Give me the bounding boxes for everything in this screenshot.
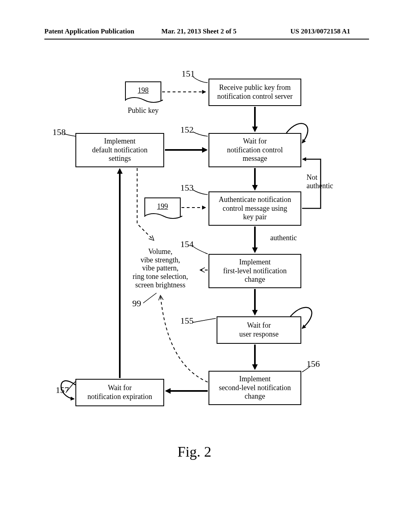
box-152: Wait for notification control message xyxy=(209,133,301,167)
box-157-text: Wait for notification expiration xyxy=(88,384,152,401)
annotation-99: Volume, vibe strength, vibe pattern, rin… xyxy=(121,247,200,289)
ref-155: 155 xyxy=(180,316,194,326)
ref-99: 99 xyxy=(132,298,141,309)
box-156-text: Implement second-level notification chan… xyxy=(219,375,291,401)
box-155-text: Wait for user response xyxy=(239,321,278,339)
box-151-text: Receive public key from notification con… xyxy=(217,83,293,101)
ref-154: 154 xyxy=(180,239,194,249)
ref-158: 158 xyxy=(52,127,66,137)
box-153-text: Authenticate notification control messag… xyxy=(219,195,291,222)
ref-153: 153 xyxy=(180,183,194,193)
box-156: Implement second-level notification chan… xyxy=(209,371,301,405)
ref-199-in-doc: 199 xyxy=(145,198,180,211)
header-center: Mar. 21, 2013 Sheet 2 of 5 xyxy=(161,27,236,35)
ref-152: 152 xyxy=(180,125,194,135)
ref-157: 157 xyxy=(56,385,69,395)
figure-caption: Fig. 2 xyxy=(177,443,211,460)
label-not-authentic-text: Not authentic xyxy=(307,173,333,190)
header-left: Patent Application Publication xyxy=(44,27,134,35)
box-154-text: Implement first-level notification chang… xyxy=(223,258,286,284)
box-158: Implement default notification settings xyxy=(75,133,164,167)
doc-199-bottom-wave xyxy=(144,213,182,221)
public-key-label: Public key xyxy=(125,106,161,115)
annotation-99-text: Volume, vibe strength, vibe pattern, rin… xyxy=(133,247,188,289)
box-153: Authenticate notification control messag… xyxy=(209,191,301,226)
box-154: Implement first-level notification chang… xyxy=(209,254,301,288)
label-not-authentic: Not authentic xyxy=(307,173,343,190)
box-158-text: Implement default notification settings xyxy=(92,137,147,163)
doc-198: 198 xyxy=(125,81,161,101)
box-151: Receive public key from notification con… xyxy=(209,79,301,106)
ref-156: 156 xyxy=(307,359,320,369)
header-right: US 2013/0072158 A1 xyxy=(290,27,350,35)
page: Patent Application Publication Mar. 21, … xyxy=(0,0,413,532)
box-152-text: Wait for notification control message xyxy=(227,137,283,163)
ref-198-in-doc: 198 xyxy=(126,82,161,95)
header-rule xyxy=(44,39,369,39)
box-157: Wait for notification expiration xyxy=(75,379,164,406)
box-155: Wait for user response xyxy=(217,316,301,344)
doc-199: 199 xyxy=(144,197,181,217)
ref-151: 151 xyxy=(181,69,195,79)
page-header: Patent Application Publication Mar. 21, … xyxy=(0,27,413,39)
doc-198-bottom-wave xyxy=(125,97,163,105)
label-authentic: authentic xyxy=(270,234,297,242)
